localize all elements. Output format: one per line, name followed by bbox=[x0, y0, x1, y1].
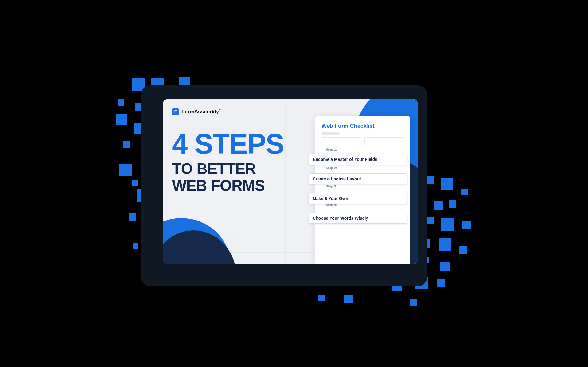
pixel-decor bbox=[344, 295, 353, 303]
step-label: Step 2: bbox=[326, 166, 404, 170]
pixel-decor bbox=[132, 180, 138, 186]
headline: 4 STEPS TO BETTER WEB FORMS bbox=[172, 130, 284, 194]
promo-graphic: F FormAssembly™ 4 STEPS TO BETTER WEB FO… bbox=[80, 50, 508, 317]
logo-mark-icon: F bbox=[172, 108, 179, 115]
logo-text: FormAssembly™ bbox=[181, 109, 222, 115]
pixel-decor bbox=[118, 99, 124, 106]
pixel-decor bbox=[441, 218, 454, 231]
pixel-decor bbox=[441, 178, 453, 190]
step-label: Step 3: bbox=[326, 184, 404, 188]
brand-logo: F FormAssembly™ bbox=[172, 108, 222, 115]
pixel-decor bbox=[129, 213, 136, 221]
step-field[interactable]: Become a Master of Your Fields bbox=[309, 154, 407, 165]
pixel-decor bbox=[437, 279, 445, 287]
skeleton-inputs bbox=[322, 137, 404, 146]
pixel-decor bbox=[133, 243, 138, 249]
pixel-decor bbox=[461, 189, 468, 195]
skeleton-input bbox=[322, 137, 361, 146]
skeleton-input bbox=[364, 137, 404, 146]
tablet-screen: F FormAssembly™ 4 STEPS TO BETTER WEB FO… bbox=[163, 99, 418, 264]
pixel-decor bbox=[462, 221, 471, 229]
pixel-decor bbox=[318, 295, 325, 301]
step-field[interactable]: Create a Logical Layout bbox=[309, 173, 407, 184]
pixel-decor bbox=[439, 238, 451, 251]
pixel-decor bbox=[119, 164, 132, 176]
pixel-decor bbox=[410, 299, 417, 306]
pixel-decor bbox=[440, 262, 450, 271]
headline-line-1: 4 STEPS bbox=[172, 130, 284, 158]
pixel-decor bbox=[449, 200, 456, 208]
pixel-decor bbox=[459, 246, 467, 254]
card-title: Web Form Checklist bbox=[322, 123, 404, 129]
step-label: Step 1: bbox=[326, 148, 404, 151]
pixel-decor bbox=[434, 201, 443, 210]
headline-line-2: TO BETTER bbox=[172, 161, 284, 177]
pixel-decor bbox=[116, 114, 127, 125]
pixel-decor bbox=[427, 217, 434, 224]
step-field[interactable]: Make It Your Own bbox=[309, 193, 407, 204]
headline-line-3: WEB FORMS bbox=[172, 177, 284, 194]
checklist-card: Web Form Checklist Step 1: Become a Mast… bbox=[315, 116, 410, 264]
skeleton-label bbox=[322, 132, 340, 135]
step-field[interactable]: Choose Your Words Wisely bbox=[309, 213, 407, 224]
pixel-decor bbox=[123, 141, 130, 148]
